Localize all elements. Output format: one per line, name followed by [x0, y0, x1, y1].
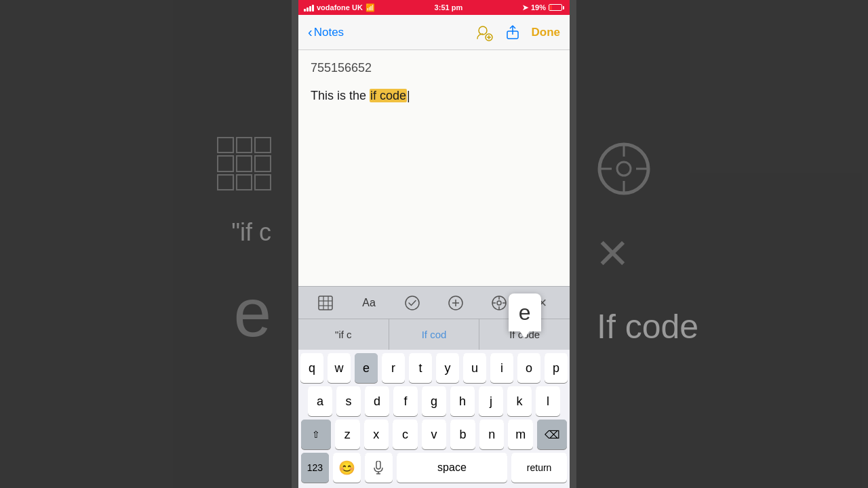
- location-icon: ➤: [522, 3, 528, 12]
- key-e[interactable]: e: [355, 353, 378, 383]
- note-text-before: This is the: [311, 89, 370, 102]
- bg-ifcode-text: If code: [597, 307, 698, 346]
- svg-point-10: [406, 296, 419, 310]
- key-c[interactable]: c: [393, 420, 418, 449]
- bg-table-icon: [217, 137, 271, 191]
- key-t[interactable]: t: [409, 353, 432, 383]
- keyboard-row-3: ⇧ z x c v b n m ⌫: [298, 416, 570, 449]
- note-content[interactable]: 755156652 This is the if code|: [298, 50, 570, 286]
- key-emoji[interactable]: 😊: [333, 453, 361, 483]
- key-u[interactable]: u: [463, 353, 486, 383]
- plus-button[interactable]: [443, 291, 468, 315]
- key-l[interactable]: l: [536, 386, 560, 416]
- autocomplete-item-0[interactable]: "if c: [298, 319, 389, 350]
- key-k[interactable]: k: [507, 386, 532, 416]
- bg-key-e: e: [233, 274, 271, 352]
- key-q[interactable]: q: [300, 353, 323, 383]
- key-w[interactable]: w: [328, 353, 351, 383]
- key-popup: e: [509, 293, 541, 331]
- key-a[interactable]: a: [308, 386, 332, 416]
- key-x[interactable]: x: [364, 420, 389, 449]
- key-s[interactable]: s: [336, 386, 361, 416]
- autocomplete-item-2[interactable]: If code e: [479, 319, 570, 350]
- done-button[interactable]: Done: [532, 26, 561, 39]
- key-n[interactable]: n: [479, 420, 505, 449]
- autocomplete-item-1[interactable]: If cod: [389, 319, 480, 350]
- right-background-panel: × If code: [576, 0, 868, 488]
- status-time: 3:51 pm: [435, 3, 463, 12]
- autocomplete-bar: "if c If cod If code e: [298, 319, 570, 350]
- note-text: This is the if code|: [311, 89, 557, 103]
- nav-actions: Done: [475, 23, 561, 42]
- keyboard-row-1: q w e r t y u i o p: [298, 350, 570, 383]
- signal-bar-1: [304, 9, 306, 12]
- font-button[interactable]: Aa: [357, 291, 381, 315]
- signal-bar-2: [307, 7, 309, 12]
- key-mic[interactable]: [365, 453, 393, 483]
- wifi-icon: 📶: [366, 3, 375, 12]
- phone-container: vodafone UK 📶 3:51 pm ➤ 19% ‹ Notes: [298, 0, 570, 488]
- keyboard-row-2: a s d f g h j k l: [298, 383, 570, 416]
- key-i[interactable]: i: [490, 353, 513, 383]
- note-id: 755156652: [311, 61, 557, 75]
- key-b[interactable]: b: [450, 420, 475, 449]
- nav-back-button[interactable]: ‹ Notes: [308, 24, 344, 40]
- autocomplete-label-1: If cod: [422, 329, 447, 340]
- status-right: ➤ 19%: [522, 3, 564, 12]
- pencil-button[interactable]: [487, 291, 511, 315]
- key-o[interactable]: o: [517, 353, 540, 383]
- signal-bar-4: [312, 5, 314, 12]
- status-left: vodafone UK 📶: [304, 3, 375, 12]
- key-d[interactable]: d: [365, 386, 389, 416]
- share-button[interactable]: [503, 23, 522, 42]
- battery-percent: 19%: [531, 3, 546, 12]
- battery-icon: [549, 4, 564, 11]
- text-cursor: |: [407, 89, 410, 102]
- svg-point-24: [617, 162, 631, 176]
- autocomplete-label-0: "if c: [335, 329, 352, 340]
- bg-pencil-circle-icon: [597, 142, 651, 199]
- svg-rect-20: [376, 461, 380, 469]
- key-shift[interactable]: ⇧: [301, 420, 331, 449]
- signal-bar-3: [309, 6, 311, 12]
- key-return[interactable]: return: [511, 453, 567, 483]
- add-collaborator-button[interactable]: [475, 23, 494, 42]
- key-m[interactable]: m: [508, 420, 533, 449]
- key-h[interactable]: h: [450, 386, 475, 416]
- key-y[interactable]: y: [436, 353, 459, 383]
- status-bar: vodafone UK 📶 3:51 pm ➤ 19%: [298, 0, 570, 15]
- key-r[interactable]: r: [382, 353, 405, 383]
- key-j[interactable]: j: [479, 386, 503, 416]
- carrier-name: vodafone UK: [317, 3, 363, 12]
- check-button[interactable]: [400, 291, 425, 315]
- bg-quote-text: "if c: [231, 218, 271, 247]
- svg-point-0: [479, 26, 487, 35]
- note-highlight: if code: [370, 89, 407, 102]
- key-p[interactable]: p: [545, 353, 568, 383]
- key-v[interactable]: v: [422, 420, 447, 449]
- key-z[interactable]: z: [335, 420, 360, 449]
- back-arrow-icon: ‹: [308, 24, 313, 40]
- svg-point-15: [497, 301, 501, 305]
- table-button[interactable]: [313, 291, 338, 315]
- back-label: Notes: [314, 26, 344, 39]
- left-background-panel: "if c e: [0, 0, 292, 488]
- key-g[interactable]: g: [422, 386, 446, 416]
- key-backspace[interactable]: ⌫: [537, 420, 567, 449]
- key-f[interactable]: f: [393, 386, 418, 416]
- svg-rect-5: [319, 296, 332, 310]
- popup-letter: e: [519, 300, 531, 325]
- key-numbers[interactable]: 123: [301, 453, 329, 483]
- keyboard-bottom-row: 123 😊 space return: [298, 449, 570, 488]
- signal-bars: [304, 3, 314, 12]
- bg-x-icon: ×: [597, 226, 629, 280]
- nav-bar: ‹ Notes Done: [298, 15, 570, 50]
- key-space[interactable]: space: [397, 453, 508, 483]
